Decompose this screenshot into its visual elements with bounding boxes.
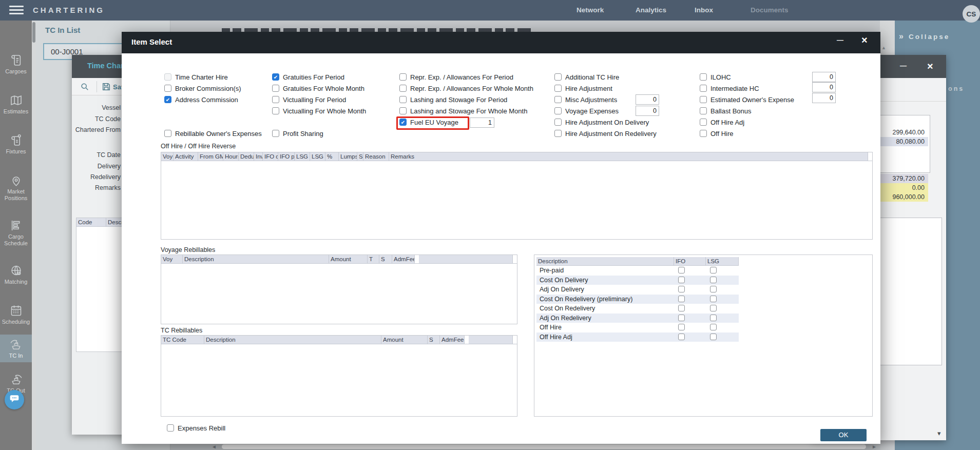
checkbox-profit-sharing[interactable]: Profit Sharing	[272, 129, 323, 138]
sidebar-item-tc-in[interactable]: TC In	[0, 335, 32, 362]
checkbox-hire-adjustment-on-redelivery[interactable]: Hire Adjustment On Redelivery	[554, 129, 657, 138]
checkbox-victualling-for-whole-month[interactable]: Victualling For Whole Month	[272, 106, 366, 115]
scroll-left-icon[interactable]: ◄	[212, 444, 217, 449]
estimated-owners-expense-amount-input[interactable]	[812, 93, 836, 103]
checkbox-lsg-off-hire-adj[interactable]	[710, 334, 717, 340]
checkbox-box: ✔	[164, 96, 171, 103]
horizontal-scrollbar-track[interactable]	[222, 444, 866, 449]
checkbox-ilohc[interactable]: ILOHC	[700, 72, 731, 82]
map-icon	[9, 93, 23, 107]
sidebar-item-cargo-schedule[interactable]: Cargo Schedule	[0, 216, 32, 249]
checkbox-expenses-rebill[interactable]: Expenses Rebill	[167, 423, 225, 433]
checkbox-ifo-off-hire[interactable]	[678, 324, 685, 330]
checkbox-address-commission[interactable]: ✔Address Commission	[164, 95, 238, 104]
checkbox-label: Lashing and Stowage For Period	[410, 96, 507, 104]
collapse-label: Collapse	[909, 33, 950, 41]
misc-adjustments-amount-input[interactable]	[636, 94, 659, 105]
sidebar-item-label: Fixtures	[0, 148, 32, 155]
bunker-row-off-hire-adj: Off Hire Adj	[536, 332, 739, 342]
sidebar-item-fixtures[interactable]: Fixtures	[0, 130, 32, 158]
intermediate-hc-amount-input[interactable]	[812, 82, 836, 92]
checkbox-ifo-cost-on-delivery[interactable]	[678, 277, 685, 283]
ok-button[interactable]: OK	[820, 429, 867, 441]
background-vertical-scrollbar: ▲	[880, 21, 895, 55]
field-label-redelivery: Redelivery	[73, 173, 121, 182]
voyage-rebillables-header: VoyDescriptionAmountTSAdmFee	[161, 255, 517, 264]
collapse-button[interactable]: »Collapse	[899, 32, 950, 41]
menu-network[interactable]: Network	[577, 6, 604, 14]
checkbox-lsg-cost-on-delivery[interactable]	[710, 277, 717, 283]
checkbox-lsg-off-hire[interactable]	[710, 324, 717, 330]
checkbox-label: Broker Commission(s)	[175, 85, 241, 92]
bunker-grid-rows: Pre-paidCost On DeliveryAdj On DeliveryC…	[536, 266, 739, 342]
checkbox-box	[554, 130, 562, 137]
menu-inbox[interactable]: Inbox	[695, 6, 713, 14]
close-icon[interactable]: ×	[861, 35, 868, 45]
checkbox-rebillable-owner-s-expenses[interactable]: Rebillable Owner's Expenses	[164, 129, 262, 138]
sidebar-scrollbar	[32, 21, 36, 450]
checkbox-off-hire-adj[interactable]: Off Hire Adj	[700, 118, 744, 127]
sidebar-item-scheduling[interactable]: Scheduling	[0, 301, 32, 328]
minimize-icon[interactable]: —	[900, 62, 906, 69]
menu-documents[interactable]: Documents	[751, 6, 789, 14]
sidebar-item-market-positions[interactable]: Market Positions	[0, 170, 32, 204]
close-icon[interactable]: ×	[927, 62, 933, 71]
checkbox-ifo-off-hire-adj[interactable]	[678, 334, 685, 340]
column-header-hours: Hours	[223, 152, 239, 161]
column-header-ifo-qty: IFO qty	[263, 152, 278, 161]
chat-button[interactable]	[5, 390, 24, 409]
checkbox-lashing-and-stowage-for-period[interactable]: Lashing and Stowage For Period	[399, 95, 507, 104]
sidebar-item-cargoes[interactable]: Cargoes	[0, 50, 32, 78]
checkbox-off-hire[interactable]: Off Hire	[700, 129, 734, 138]
fuel-eu-voyage-count-input[interactable]	[470, 118, 494, 128]
checkbox-lsg-cost-on-redelivery-preliminary[interactable]	[710, 296, 717, 302]
sidebar-item-matching[interactable]: Matching	[0, 261, 32, 288]
scroll-right-icon[interactable]: ►	[872, 444, 877, 449]
checkbox-intermediate-hc[interactable]: Intermediate HC	[700, 84, 759, 93]
header-gutter	[513, 336, 517, 344]
sidebar-item-label: Cargo Schedule	[0, 233, 32, 246]
checkbox-repr-exp-allowances-for-whole-month[interactable]: Repr. Exp. / Allowances For Whole Month	[399, 84, 533, 93]
checkbox-ifo-cost-on-redelivery[interactable]	[678, 305, 685, 311]
checkbox-hire-adjustment[interactable]: Hire Adjustment	[554, 84, 612, 93]
checkbox-label: Repr. Exp. / Allowances For Whole Month	[410, 85, 533, 92]
checkbox-estimated-owner-s-expense[interactable]: Estimated Owner's Expense	[700, 95, 794, 104]
chevron-down-icon[interactable]: ▾	[937, 429, 941, 437]
checkbox-broker-commission-s[interactable]: Broker Commission(s)	[164, 84, 241, 93]
gantt-icon	[9, 219, 23, 232]
checkbox-ballast-bonus[interactable]: Ballast Bonus	[700, 106, 752, 115]
user-avatar[interactable]: CS	[963, 5, 980, 23]
horizontal-scrollbar[interactable]: ◄ ►	[170, 443, 880, 450]
column-header-: %	[325, 152, 339, 161]
checkbox-repr-exp-allowances-for-period[interactable]: Repr. Exp. / Allowances For Period	[399, 72, 513, 82]
checkbox-gratuities-for-period[interactable]: ✔Gratuities For Period	[272, 72, 344, 82]
ilohc-amount-input[interactable]	[812, 72, 836, 82]
minimize-icon[interactable]: —	[837, 36, 843, 44]
menu-analytics[interactable]: Analytics	[636, 6, 666, 14]
voyage-expenses-amount-input[interactable]	[636, 106, 659, 116]
checkbox-additional-tc-hire[interactable]: Additional TC Hire	[554, 72, 619, 82]
checkbox-hire-adjustment-on-delivery[interactable]: Hire Adjustment On Delivery	[554, 118, 649, 127]
sidebar-item-estimates[interactable]: Estimates	[0, 90, 32, 118]
sidebar-scrollbar-thumb[interactable]	[32, 22, 35, 43]
checkbox-ifo-cost-on-redelivery-preliminary[interactable]	[678, 296, 685, 302]
checkbox-voyage-expenses[interactable]: Voyage Expenses	[554, 106, 619, 115]
checkbox-lashing-and-stowage-for-whole-month[interactable]: Lashing and Stowage For Whole Month	[399, 106, 527, 115]
checkbox-ifo-pre-paid[interactable]	[678, 267, 685, 273]
checkbox-lsg-pre-paid[interactable]	[710, 267, 717, 273]
checkbox-victualling-for-period[interactable]: Victualling For Period	[272, 95, 346, 104]
checkbox-ifo-adj-on-redelivery[interactable]	[678, 315, 685, 321]
search-button[interactable]	[80, 82, 89, 93]
checkbox-box	[700, 130, 707, 137]
checkbox-ifo-adj-on-delivery[interactable]	[678, 286, 685, 292]
checkbox-lsg-cost-on-redelivery[interactable]	[710, 305, 717, 311]
save-button[interactable]	[102, 82, 111, 93]
scroll-up-icon[interactable]: ▲	[881, 45, 886, 50]
checkbox-lsg-adj-on-delivery[interactable]	[710, 286, 717, 292]
checkbox-misc-adjustments[interactable]: Misc Adjustments	[554, 95, 617, 104]
tc-rebillables-header: TC CodeDescriptionAmountSAdmFee	[161, 336, 517, 344]
tc-rebillables-label: TC Rebillables	[161, 327, 202, 334]
hamburger-menu-icon[interactable]	[9, 6, 24, 15]
checkbox-gratuities-for-whole-month[interactable]: Gratuities For Whole Month	[272, 84, 364, 93]
checkbox-lsg-adj-on-redelivery[interactable]	[710, 315, 717, 321]
